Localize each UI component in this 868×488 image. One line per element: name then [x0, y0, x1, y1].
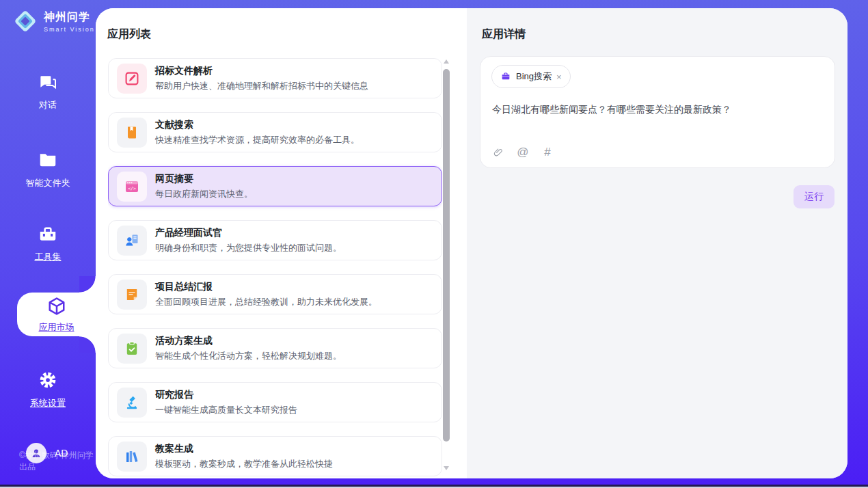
- paperclip-icon[interactable]: [492, 146, 504, 159]
- app-card-desc: 每日政府新闻资讯快查。: [155, 188, 253, 200]
- scroll-up-arrow-icon[interactable]: [444, 59, 449, 64]
- app-card-title: 活动方案生成: [155, 335, 342, 347]
- app-card-desc: 一键智能生成高质量长文本研究报告: [155, 404, 297, 416]
- app-card-desc: 智能生成个性化活动方案，轻松解决规划难题。: [155, 350, 342, 362]
- footer-credit: ©神州数码·神州问学出品: [19, 450, 96, 473]
- folder-icon: [38, 150, 58, 170]
- sidebar-item-label: 工具集: [0, 251, 96, 263]
- browser-code-icon: </>: [117, 172, 147, 202]
- brand-subtitle: Smart Vision: [44, 26, 95, 33]
- app-list-panel: 应用列表 招标文件解析帮助用户快速、准确地理解和解析招标书中的关键信息文献搜索快…: [96, 8, 467, 478]
- prompt-input-card[interactable]: Bing搜索 × 今日湖北有哪些新闻要点？有哪些需要关注的最新政策？ @ #: [480, 56, 835, 168]
- interview-icon: [117, 226, 147, 256]
- tool-chip-bing-search[interactable]: Bing搜索 ×: [491, 65, 571, 88]
- query-text[interactable]: 今日湖北有哪些新闻要点？有哪些需要关注的最新政策？: [492, 104, 824, 116]
- brand-logo: 神州问学 Smart Vision: [12, 8, 95, 34]
- run-button[interactable]: 运行: [794, 185, 835, 208]
- scroll-down-arrow-icon[interactable]: [444, 466, 449, 470]
- hash-icon[interactable]: #: [541, 146, 554, 159]
- app-card-招标文件解析[interactable]: 招标文件解析帮助用户快速、准确地理解和解析招标书中的关键信息: [108, 58, 442, 98]
- app-card-list: 招标文件解析帮助用户快速、准确地理解和解析招标书中的关键信息文献搜索快速精准查找…: [108, 58, 442, 478]
- sidebar-item-智能文件夹[interactable]: 智能文件夹: [0, 150, 96, 189]
- app-card-title: 文献搜索: [155, 119, 360, 131]
- sidebar-item-工具集[interactable]: 工具集: [0, 223, 96, 263]
- app-card-title: 产品经理面试官: [155, 227, 342, 239]
- app-card-产品经理面试官[interactable]: 产品经理面试官明确身份和职责，为您提供专业性的面试问题。: [108, 220, 442, 260]
- sidebar-item-label: 智能文件夹: [0, 177, 96, 189]
- main-content: 应用列表 招标文件解析帮助用户快速、准确地理解和解析招标书中的关键信息文献搜索快…: [96, 8, 847, 478]
- toolbox-icon: [38, 223, 58, 244]
- cube-icon: [46, 296, 67, 316]
- app-card-网页摘要[interactable]: </>网页摘要每日政府新闻资讯快查。: [108, 166, 442, 206]
- book-icon: [117, 118, 147, 148]
- gear-icon: [38, 370, 58, 390]
- composer-toolbar: @ #: [492, 146, 554, 159]
- brand-name: 神州问学: [44, 10, 95, 25]
- sidebar-item-应用市场[interactable]: 应用市场: [17, 293, 96, 336]
- app-card-title: 网页摘要: [155, 173, 253, 185]
- tab-fillet-top: [79, 276, 96, 293]
- app-card-活动方案生成[interactable]: 活动方案生成智能生成个性化活动方案，轻松解决规划难题。: [108, 328, 442, 368]
- app-window: 神州问学 Smart Vision 对话智能文件夹工具集应用市场系统设置 AD …: [0, 0, 868, 488]
- app-card-title: 项目总结汇报: [155, 281, 377, 293]
- app-list-title: 应用列表: [107, 27, 151, 42]
- app-card-desc: 全面回顾项目进展，总结经验教训，助力未来优化发展。: [155, 296, 377, 308]
- app-card-desc: 明确身份和职责，为您提供专业性的面试问题。: [155, 242, 342, 254]
- app-card-title: 招标文件解析: [155, 65, 368, 77]
- app-card-文献搜索[interactable]: 文献搜索快速精准查找学术资源，提高研究效率的必备工具。: [108, 112, 442, 152]
- app-detail-title: 应用详情: [482, 27, 526, 42]
- sidebar-item-label: 应用市场: [17, 321, 96, 334]
- tool-chip-label: Bing搜索: [516, 70, 552, 83]
- sidebar-item-label: 系统设置: [0, 397, 96, 409]
- microscope-icon: [117, 388, 147, 418]
- app-card-desc: 模板驱动，教案秒成，教学准备从此轻松快捷: [155, 458, 333, 470]
- app-card-desc: 帮助用户快速、准确地理解和解析招标书中的关键信息: [155, 80, 368, 92]
- briefcase-icon: [500, 71, 511, 82]
- pen-square-icon: [117, 64, 147, 94]
- sidebar-item-对话[interactable]: 对话: [0, 72, 96, 111]
- app-card-desc: 快速精准查找学术资源，提高研究效率的必备工具。: [155, 134, 360, 146]
- svg-text:</>: </>: [128, 185, 136, 191]
- note-icon: [117, 280, 147, 310]
- mention-icon[interactable]: @: [517, 146, 529, 159]
- app-card-教案生成[interactable]: 教案生成模板驱动，教案秒成，教学准备从此轻松快捷: [108, 436, 442, 476]
- app-card-title: 教案生成: [155, 443, 333, 455]
- scrollbar[interactable]: [443, 58, 450, 472]
- app-card-title: 研究报告: [155, 389, 297, 401]
- app-card-研究报告[interactable]: 研究报告一键智能生成高质量长文本研究报告: [108, 382, 442, 422]
- chip-close-icon[interactable]: ×: [556, 72, 562, 81]
- books-icon: [117, 442, 147, 472]
- diamond-logo-icon: [12, 8, 38, 34]
- sidebar-item-系统设置[interactable]: 系统设置: [0, 370, 96, 409]
- chat-icon: [38, 72, 58, 92]
- sidebar: 神州问学 Smart Vision 对话智能文件夹工具集应用市场系统设置 AD …: [0, 0, 96, 485]
- app-card-项目总结汇报[interactable]: 项目总结汇报全面回顾项目进展，总结经验教训，助力未来优化发展。: [108, 274, 442, 314]
- clipboard-check-icon: [117, 334, 147, 364]
- app-detail-panel: 应用详情 Bing搜索 × 今日湖北有哪些新闻要点？有哪些需要关注的最新政策？: [467, 8, 847, 478]
- scrollbar-thumb[interactable]: [443, 69, 450, 442]
- sidebar-item-label: 对话: [0, 99, 96, 111]
- tab-fillet-bottom: [79, 336, 96, 353]
